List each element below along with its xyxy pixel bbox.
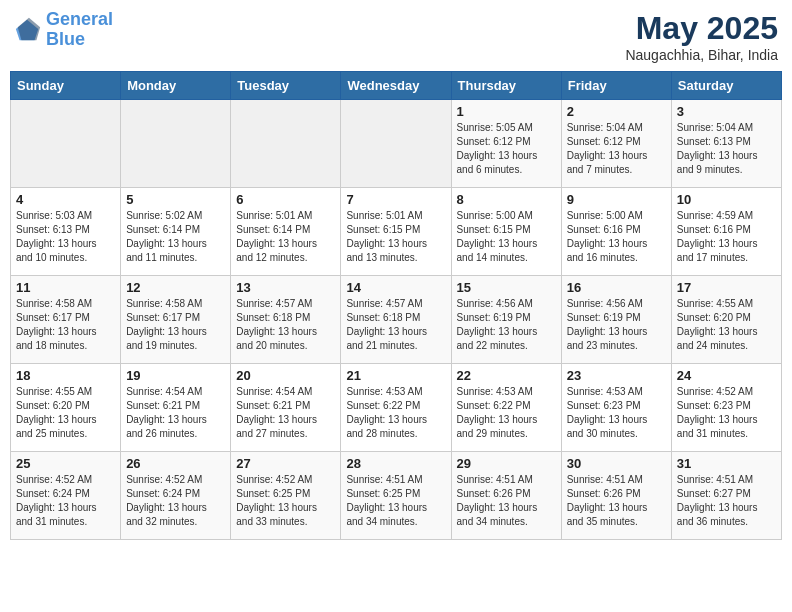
day-info: Sunrise: 5:04 AM Sunset: 6:13 PM Dayligh… [677,121,776,177]
calendar-cell: 26Sunrise: 4:52 AM Sunset: 6:24 PM Dayli… [121,452,231,540]
location-subtitle: Naugachhia, Bihar, India [625,47,778,63]
logo-text: General Blue [46,10,113,50]
calendar-cell: 6Sunrise: 5:01 AM Sunset: 6:14 PM Daylig… [231,188,341,276]
page-header: General Blue May 2025 Naugachhia, Bihar,… [10,10,782,63]
weekday-header-friday: Friday [561,72,671,100]
calendar-cell: 16Sunrise: 4:56 AM Sunset: 6:19 PM Dayli… [561,276,671,364]
calendar-cell: 7Sunrise: 5:01 AM Sunset: 6:15 PM Daylig… [341,188,451,276]
day-number: 19 [126,368,225,383]
logo: General Blue [14,10,113,50]
calendar-cell [11,100,121,188]
day-number: 21 [346,368,445,383]
calendar-cell: 4Sunrise: 5:03 AM Sunset: 6:13 PM Daylig… [11,188,121,276]
calendar-cell: 17Sunrise: 4:55 AM Sunset: 6:20 PM Dayli… [671,276,781,364]
calendar-cell: 5Sunrise: 5:02 AM Sunset: 6:14 PM Daylig… [121,188,231,276]
calendar-week-5: 25Sunrise: 4:52 AM Sunset: 6:24 PM Dayli… [11,452,782,540]
calendar-week-1: 1Sunrise: 5:05 AM Sunset: 6:12 PM Daylig… [11,100,782,188]
day-info: Sunrise: 5:03 AM Sunset: 6:13 PM Dayligh… [16,209,115,265]
day-info: Sunrise: 4:55 AM Sunset: 6:20 PM Dayligh… [16,385,115,441]
day-number: 24 [677,368,776,383]
weekday-header-tuesday: Tuesday [231,72,341,100]
day-info: Sunrise: 4:53 AM Sunset: 6:23 PM Dayligh… [567,385,666,441]
calendar-cell: 31Sunrise: 4:51 AM Sunset: 6:27 PM Dayli… [671,452,781,540]
day-info: Sunrise: 4:52 AM Sunset: 6:23 PM Dayligh… [677,385,776,441]
calendar-cell: 29Sunrise: 4:51 AM Sunset: 6:26 PM Dayli… [451,452,561,540]
day-info: Sunrise: 4:58 AM Sunset: 6:17 PM Dayligh… [126,297,225,353]
day-info: Sunrise: 4:51 AM Sunset: 6:26 PM Dayligh… [567,473,666,529]
day-number: 30 [567,456,666,471]
day-number: 2 [567,104,666,119]
day-number: 1 [457,104,556,119]
calendar-cell: 12Sunrise: 4:58 AM Sunset: 6:17 PM Dayli… [121,276,231,364]
day-info: Sunrise: 4:57 AM Sunset: 6:18 PM Dayligh… [236,297,335,353]
day-number: 18 [16,368,115,383]
calendar-cell: 18Sunrise: 4:55 AM Sunset: 6:20 PM Dayli… [11,364,121,452]
day-info: Sunrise: 4:59 AM Sunset: 6:16 PM Dayligh… [677,209,776,265]
day-info: Sunrise: 4:52 AM Sunset: 6:25 PM Dayligh… [236,473,335,529]
day-number: 16 [567,280,666,295]
day-info: Sunrise: 5:00 AM Sunset: 6:15 PM Dayligh… [457,209,556,265]
calendar-cell [121,100,231,188]
calendar-cell: 23Sunrise: 4:53 AM Sunset: 6:23 PM Dayli… [561,364,671,452]
day-number: 28 [346,456,445,471]
calendar-cell: 2Sunrise: 5:04 AM Sunset: 6:12 PM Daylig… [561,100,671,188]
day-info: Sunrise: 4:56 AM Sunset: 6:19 PM Dayligh… [567,297,666,353]
day-number: 20 [236,368,335,383]
calendar-cell: 3Sunrise: 5:04 AM Sunset: 6:13 PM Daylig… [671,100,781,188]
day-number: 29 [457,456,556,471]
day-number: 5 [126,192,225,207]
calendar-cell: 13Sunrise: 4:57 AM Sunset: 6:18 PM Dayli… [231,276,341,364]
day-info: Sunrise: 5:00 AM Sunset: 6:16 PM Dayligh… [567,209,666,265]
calendar-cell: 24Sunrise: 4:52 AM Sunset: 6:23 PM Dayli… [671,364,781,452]
calendar-week-3: 11Sunrise: 4:58 AM Sunset: 6:17 PM Dayli… [11,276,782,364]
calendar-cell: 11Sunrise: 4:58 AM Sunset: 6:17 PM Dayli… [11,276,121,364]
day-number: 6 [236,192,335,207]
day-info: Sunrise: 5:05 AM Sunset: 6:12 PM Dayligh… [457,121,556,177]
weekday-header-monday: Monday [121,72,231,100]
calendar-cell: 22Sunrise: 4:53 AM Sunset: 6:22 PM Dayli… [451,364,561,452]
calendar-week-4: 18Sunrise: 4:55 AM Sunset: 6:20 PM Dayli… [11,364,782,452]
logo-icon [14,16,42,44]
weekday-header-thursday: Thursday [451,72,561,100]
day-info: Sunrise: 5:04 AM Sunset: 6:12 PM Dayligh… [567,121,666,177]
day-info: Sunrise: 4:53 AM Sunset: 6:22 PM Dayligh… [457,385,556,441]
day-number: 9 [567,192,666,207]
calendar-table: SundayMondayTuesdayWednesdayThursdayFrid… [10,71,782,540]
weekday-header-wednesday: Wednesday [341,72,451,100]
day-number: 31 [677,456,776,471]
day-number: 12 [126,280,225,295]
day-number: 4 [16,192,115,207]
calendar-cell: 14Sunrise: 4:57 AM Sunset: 6:18 PM Dayli… [341,276,451,364]
day-info: Sunrise: 4:51 AM Sunset: 6:26 PM Dayligh… [457,473,556,529]
title-block: May 2025 Naugachhia, Bihar, India [625,10,778,63]
calendar-cell [231,100,341,188]
day-number: 15 [457,280,556,295]
calendar-cell: 21Sunrise: 4:53 AM Sunset: 6:22 PM Dayli… [341,364,451,452]
day-number: 13 [236,280,335,295]
day-number: 10 [677,192,776,207]
calendar-cell: 10Sunrise: 4:59 AM Sunset: 6:16 PM Dayli… [671,188,781,276]
day-info: Sunrise: 4:54 AM Sunset: 6:21 PM Dayligh… [236,385,335,441]
calendar-cell [341,100,451,188]
day-info: Sunrise: 4:51 AM Sunset: 6:25 PM Dayligh… [346,473,445,529]
calendar-cell: 20Sunrise: 4:54 AM Sunset: 6:21 PM Dayli… [231,364,341,452]
day-number: 23 [567,368,666,383]
calendar-cell: 28Sunrise: 4:51 AM Sunset: 6:25 PM Dayli… [341,452,451,540]
calendar-cell: 19Sunrise: 4:54 AM Sunset: 6:21 PM Dayli… [121,364,231,452]
day-number: 26 [126,456,225,471]
day-number: 22 [457,368,556,383]
day-info: Sunrise: 5:02 AM Sunset: 6:14 PM Dayligh… [126,209,225,265]
calendar-cell: 25Sunrise: 4:52 AM Sunset: 6:24 PM Dayli… [11,452,121,540]
day-info: Sunrise: 5:01 AM Sunset: 6:15 PM Dayligh… [346,209,445,265]
calendar-cell: 1Sunrise: 5:05 AM Sunset: 6:12 PM Daylig… [451,100,561,188]
day-info: Sunrise: 4:57 AM Sunset: 6:18 PM Dayligh… [346,297,445,353]
weekday-header-row: SundayMondayTuesdayWednesdayThursdayFrid… [11,72,782,100]
day-number: 14 [346,280,445,295]
calendar-week-2: 4Sunrise: 5:03 AM Sunset: 6:13 PM Daylig… [11,188,782,276]
day-number: 8 [457,192,556,207]
calendar-cell: 8Sunrise: 5:00 AM Sunset: 6:15 PM Daylig… [451,188,561,276]
calendar-cell: 15Sunrise: 4:56 AM Sunset: 6:19 PM Dayli… [451,276,561,364]
day-number: 3 [677,104,776,119]
svg-marker-1 [18,18,40,40]
day-info: Sunrise: 4:51 AM Sunset: 6:27 PM Dayligh… [677,473,776,529]
